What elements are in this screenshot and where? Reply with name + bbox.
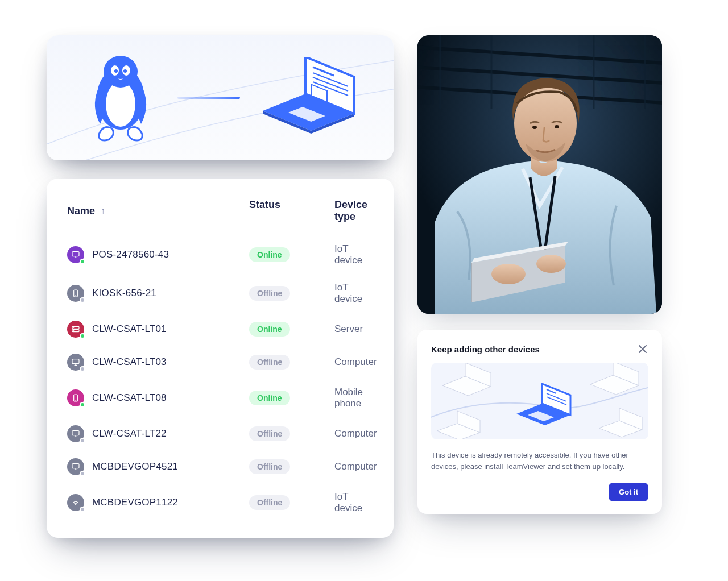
- svg-point-5: [114, 69, 118, 73]
- dialog-illustration: [431, 363, 648, 439]
- device-type-icon: [67, 321, 84, 338]
- cell-name: POS-2478560-43: [67, 246, 249, 263]
- svg-point-38: [532, 126, 537, 129]
- status-dot-icon: [80, 438, 85, 443]
- dialog-header: Keep adding other devices: [431, 343, 648, 355]
- table-row[interactable]: MCBDEVGOP1122 Offline IoT device: [67, 483, 373, 522]
- svg-point-1: [106, 81, 135, 127]
- cell-device-type: IoT device: [334, 491, 373, 514]
- cell-status: Online: [249, 247, 334, 262]
- svg-point-2: [104, 56, 138, 88]
- table-row[interactable]: CLW-CSAT-LT01 Online Server: [67, 313, 373, 346]
- cell-status: Online: [249, 322, 334, 337]
- svg-point-28: [75, 503, 77, 505]
- status-badge: Offline: [249, 495, 290, 510]
- dialog-footer: Got it: [431, 483, 648, 501]
- device-name-label: MCBDEVGOP4521: [92, 461, 178, 472]
- cell-name: MCBDEVGOP1122: [67, 494, 249, 511]
- status-dot-icon: [80, 297, 85, 303]
- column-header-name-label: Name: [67, 205, 95, 217]
- sort-ascending-icon: ↑: [101, 206, 105, 216]
- table-row[interactable]: KIOSK-656-21 Offline IoT device: [67, 274, 373, 313]
- device-type-icon: [67, 494, 84, 511]
- cell-device-type: Server: [334, 323, 373, 335]
- status-badge: Online: [249, 391, 290, 405]
- status-dot-icon: [80, 366, 85, 372]
- status-dot-icon: [80, 402, 85, 408]
- status-badge: Offline: [249, 426, 290, 441]
- cell-name: MCBDEVGOP4521: [67, 458, 249, 475]
- status-badge: Offline: [249, 355, 290, 370]
- cell-device-type: Computer: [334, 461, 377, 472]
- laptop-icon: [257, 57, 359, 139]
- status-badge: Offline: [249, 286, 290, 301]
- status-dot-icon: [80, 471, 85, 476]
- svg-rect-8: [72, 252, 79, 256]
- svg-point-16: [73, 330, 74, 331]
- table-header-row: Name ↑ Status Device type: [67, 199, 373, 235]
- table-row[interactable]: POS-2478560-43 Online IoT device: [67, 235, 373, 274]
- status-badge: Online: [249, 247, 290, 262]
- svg-point-40: [491, 264, 526, 284]
- dialog-title: Keep adding other devices: [431, 345, 540, 354]
- cell-device-type: Computer: [334, 428, 377, 439]
- svg-point-39: [555, 125, 559, 128]
- cell-status: Offline: [249, 495, 334, 510]
- linux-penguin-icon: [81, 50, 160, 146]
- cell-status: Offline: [249, 355, 334, 370]
- cell-device-type: Computer: [334, 356, 377, 368]
- cell-name: CLW-CSAT-LT03: [67, 354, 249, 371]
- svg-point-15: [73, 327, 74, 328]
- table-row[interactable]: CLW-CSAT-LT22 Offline Computer: [67, 417, 373, 450]
- device-name-label: KIOSK-656-21: [92, 288, 156, 299]
- table-row[interactable]: MCBDEVGOP4521 Offline Computer: [67, 450, 373, 483]
- device-name-label: POS-2478560-43: [92, 249, 169, 260]
- cell-status: Offline: [249, 286, 334, 301]
- svg-point-6: [123, 69, 127, 73]
- svg-point-41: [536, 255, 566, 273]
- photo-card: [417, 35, 662, 314]
- cell-name: CLW-CSAT-LT22: [67, 425, 249, 442]
- status-badge: Online: [249, 322, 290, 337]
- cell-name: KIOSK-656-21: [67, 285, 249, 302]
- svg-rect-17: [72, 359, 79, 364]
- cell-device-type: IoT device: [334, 282, 373, 305]
- status-badge: Offline: [249, 459, 290, 474]
- device-type-icon: [67, 285, 84, 302]
- got-it-button[interactable]: Got it: [609, 483, 648, 501]
- cell-device-type: Mobile phone: [334, 387, 373, 409]
- svg-rect-22: [72, 431, 79, 435]
- cell-name: CLW-CSAT-LT08: [67, 389, 249, 406]
- device-name-label: CLW-CSAT-LT08: [92, 392, 167, 404]
- device-type-icon: [67, 246, 84, 263]
- device-name-label: MCBDEVGOP1122: [92, 497, 178, 508]
- column-header-status[interactable]: Status: [249, 199, 334, 223]
- device-name-label: CLW-CSAT-LT03: [92, 356, 167, 368]
- device-name-label: CLW-CSAT-LT22: [92, 428, 167, 439]
- device-type-icon: [67, 389, 84, 406]
- svg-rect-13: [72, 326, 79, 329]
- cell-status: Offline: [249, 459, 334, 474]
- cell-name: CLW-CSAT-LT01: [67, 321, 249, 338]
- cell-status: Online: [249, 391, 334, 405]
- add-devices-dialog: Keep adding other devices: [417, 330, 662, 514]
- connector-line: [177, 97, 240, 99]
- status-dot-icon: [80, 259, 85, 264]
- device-table-card: Name ↑ Status Device type POS-2478560-43…: [47, 179, 394, 538]
- table-row[interactable]: CLW-CSAT-LT08 Online Mobile phone: [67, 379, 373, 417]
- status-dot-icon: [80, 333, 85, 339]
- column-header-type[interactable]: Device type: [334, 199, 373, 223]
- device-type-icon: [67, 354, 84, 371]
- table-row[interactable]: CLW-CSAT-LT03 Offline Computer: [67, 346, 373, 379]
- device-type-icon: [67, 425, 84, 442]
- table-body: POS-2478560-43 Online IoT device KIOSK-6…: [67, 235, 373, 522]
- device-type-icon: [67, 458, 84, 475]
- hero-banner: [47, 35, 394, 160]
- cell-status: Offline: [249, 426, 334, 441]
- column-header-name[interactable]: Name ↑: [67, 199, 249, 223]
- cell-device-type: IoT device: [334, 243, 373, 266]
- svg-rect-14: [72, 330, 79, 332]
- close-icon[interactable]: [637, 343, 648, 355]
- svg-rect-25: [72, 464, 79, 468]
- device-name-label: CLW-CSAT-LT01: [92, 323, 167, 335]
